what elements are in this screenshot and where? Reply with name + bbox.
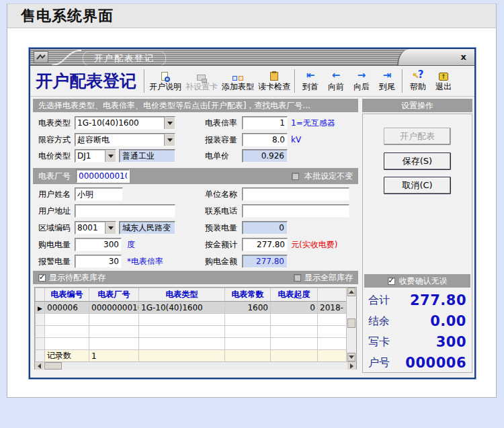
limit-mode-value: 超容断电 <box>75 134 164 146</box>
purchase-amount-value: 277.80 <box>242 255 288 268</box>
col-factory-no[interactable]: 电表厂号 <box>89 288 139 302</box>
scroll-right-icon[interactable] <box>347 362 356 370</box>
alarm-energy-input[interactable] <box>75 255 122 268</box>
unit-price-value: 0.926 <box>242 149 288 163</box>
chevron-down-icon[interactable] <box>164 134 175 146</box>
toolbar-separator <box>402 69 403 93</box>
balance-label: 结余 <box>368 314 390 329</box>
scroll-down-icon[interactable] <box>347 353 355 361</box>
capacity-input[interactable] <box>242 133 288 146</box>
vertical-scroll-thumb[interactable] <box>347 318 355 328</box>
table-footer-row: 记录数 1 <box>36 350 347 362</box>
horizontal-scrollbar[interactable] <box>35 361 356 370</box>
table-header-row: 电表编号 电表厂号 电表类型 电表常数 电表起度 <box>36 288 347 302</box>
help-label: 帮助 <box>410 81 426 93</box>
go-prev-label: 向前 <box>328 81 344 93</box>
set-card-button[interactable]: 补设置卡 <box>183 67 220 95</box>
form-row-address: 用户地址 联系电话 <box>33 204 358 218</box>
factory-no-input[interactable] <box>76 169 130 183</box>
price-type-value: DJ1 <box>75 150 105 162</box>
capacity-unit: kV <box>291 133 301 146</box>
show-all-checkbox[interactable] <box>294 274 301 282</box>
org-name-label: 单位名称 <box>205 187 241 201</box>
meter-type-select[interactable]: 1G-10(40)1600 <box>75 116 175 130</box>
go-first-button[interactable]: ⇤ 到首 <box>298 67 323 95</box>
go-last-button[interactable]: ⇥ 到尾 <box>374 67 400 95</box>
close-icon[interactable]: x <box>461 52 466 62</box>
exit-label: 退出 <box>435 81 452 93</box>
col-extra[interactable] <box>318 288 347 302</box>
batch-fixed-label: 本批设定不变 <box>304 171 353 182</box>
page-header: 售电系统界面 <box>7 4 496 28</box>
prev-record-icon: ← <box>332 69 341 81</box>
write-card-value: 300 <box>436 334 466 350</box>
limit-mode-label: 限容方式 <box>38 133 75 146</box>
cell-meter-no: 000006 <box>45 302 89 314</box>
vertical-scrollbar[interactable] <box>346 288 356 361</box>
table-row[interactable]: ▶ 000006 0000000010 1G-10(40)1600 1600 0… <box>36 302 347 314</box>
price-type-desc: 普通工业 <box>119 149 175 163</box>
cancel-button[interactable]: 取消(C) <box>384 177 451 194</box>
fee-confirm-checkbox[interactable] <box>388 277 395 285</box>
first-record-icon: ⇤ <box>306 69 315 81</box>
save-button[interactable]: 保存(S) <box>384 153 451 170</box>
batch-fixed-checkbox[interactable] <box>292 173 299 180</box>
exit-icon: ↑ <box>439 69 448 81</box>
go-prev-button[interactable]: ← 向前 <box>323 67 349 95</box>
by-amount-input[interactable] <box>242 238 288 251</box>
purchase-energy-input[interactable] <box>75 238 122 251</box>
meter-ratio-input[interactable] <box>242 116 288 130</box>
stock-table[interactable]: 电表编号 电表厂号 电表类型 电表常数 电表起度 ▶ 000006 000000… <box>35 288 347 362</box>
show-pending-checkbox[interactable] <box>38 274 46 282</box>
chevron-down-icon[interactable] <box>105 222 116 234</box>
status-hint-text: 先选择电表类型、电表倍率、电价类型等后点击[开户配表]，查找电表厂号... <box>38 100 310 112</box>
exit-button[interactable]: ↑ 退出 <box>431 67 456 95</box>
content-card: 售电系统界面 开户配表登记 x 开户配表登记 开户说明 补设置卡 <box>7 3 497 398</box>
price-type-select[interactable]: DJ1 <box>75 149 116 163</box>
area-code-select[interactable]: 8001 <box>75 221 116 234</box>
add-meter-type-button[interactable]: 添加表型 <box>220 67 256 95</box>
toolbar-separator <box>294 69 296 93</box>
area-code-desc: 城东人民路变 <box>119 221 175 234</box>
titlebar[interactable]: 开户配表登记 x <box>30 49 474 66</box>
open-help-button[interactable]: 开户说明 <box>147 67 183 95</box>
read-card-check-button[interactable]: 读卡检查 <box>256 67 292 95</box>
horizontal-scroll-thumb[interactable] <box>44 362 62 370</box>
form-row-price-type: 电价类型 DJ1 普通工业 电单价 0.926 <box>33 149 358 163</box>
scroll-up-icon[interactable] <box>347 288 355 296</box>
total-value: 277.80 <box>410 292 466 308</box>
form-row-alarm-energy: 报警电量 *电表倍率 购电金额 277.80 <box>33 255 358 268</box>
account-no-label: 户号 <box>368 356 390 370</box>
form-row-limit-mode: 限容方式 超容断电 报装容量 kV <box>33 133 358 146</box>
table-empty-row <box>36 314 347 326</box>
fee-confirm-label: 收费确认无误 <box>399 275 448 287</box>
help-button[interactable]: ↖? 帮助 <box>405 67 431 95</box>
chevron-down-icon[interactable] <box>105 150 116 162</box>
limit-mode-select[interactable]: 超容断电 <box>75 133 175 146</box>
phone-input[interactable] <box>242 204 349 218</box>
address-input[interactable] <box>75 204 175 218</box>
col-constant[interactable]: 电表常数 <box>225 288 271 302</box>
form-row-area-code: 区域编码 8001 城东人民路变 预装电量 0 <box>33 221 358 234</box>
chevron-down-icon[interactable] <box>164 117 175 129</box>
factory-no-bar: 电表厂号 本批设定不变 <box>33 168 358 184</box>
col-start-reading[interactable]: 电表起度 <box>271 288 318 302</box>
org-name-input[interactable] <box>242 187 349 201</box>
cell-start-reading: 0 <box>271 302 318 314</box>
scroll-left-icon[interactable] <box>35 362 44 370</box>
toolbar: 开户配表登记 开户说明 补设置卡 添加表型 读卡检查 ⇤ 到首 <box>30 66 474 97</box>
go-next-label: 向后 <box>353 81 370 93</box>
titlebar-swoosh-icon <box>52 49 81 66</box>
dialog-window: 开户配表登记 x 开户配表登记 开户说明 补设置卡 添加表型 读卡检查 <box>29 48 476 379</box>
user-name-input[interactable] <box>75 187 123 201</box>
meter-ratio-label: 电表倍率 <box>205 116 241 130</box>
go-next-button[interactable]: → 向后 <box>349 67 374 95</box>
open-account-config-button[interactable]: 开户配表 <box>384 128 451 145</box>
clipboard-icon <box>270 69 278 81</box>
help-icon: ↖? <box>413 69 424 81</box>
col-meter-type[interactable]: 电表类型 <box>139 288 225 302</box>
by-amount-hint: 元(实收电费) <box>291 238 337 251</box>
meter-type-value: 1G-10(40)1600 <box>75 117 164 129</box>
col-meter-no[interactable]: 电表编号 <box>45 288 89 302</box>
alarm-energy-label: 报警电量 <box>38 255 75 268</box>
